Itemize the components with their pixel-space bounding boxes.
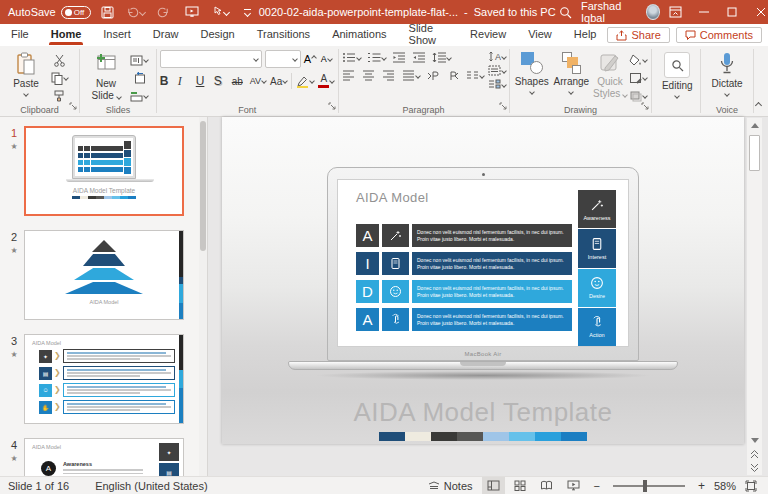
canvas-scrollbar[interactable]: [747, 118, 762, 475]
save-button[interactable]: [97, 1, 119, 23]
tab-home[interactable]: Home: [40, 25, 93, 45]
convert-to-smartart-button[interactable]: [488, 79, 506, 90]
font-size-combo[interactable]: [265, 50, 301, 68]
tab-view[interactable]: View: [517, 25, 563, 45]
line-spacing-button[interactable]: [432, 52, 451, 63]
canvas-scrollbar-thumb[interactable]: [749, 135, 760, 171]
grow-font-button[interactable]: A: [304, 53, 318, 65]
change-case-button[interactable]: Aa: [270, 76, 287, 87]
slide-3-preview[interactable]: AIDA Model ✦❯ ▤❯ ☺❯ ✋❯: [24, 334, 184, 424]
zoom-in-button[interactable]: +: [693, 477, 710, 494]
slide-thumbnail-1[interactable]: 1 ★: [4, 126, 207, 216]
tab-animations[interactable]: Animations: [321, 25, 397, 45]
slide-show-button[interactable]: [562, 477, 585, 494]
slide-2-preview[interactable]: AIDA Model: [24, 230, 184, 320]
align-left-button[interactable]: [342, 70, 356, 81]
thumbnail-scrollbar-thumb[interactable]: [200, 121, 206, 251]
align-right-button[interactable]: [382, 70, 396, 81]
tab-draw[interactable]: Draw: [142, 25, 190, 45]
collapse-ribbon-button[interactable]: [756, 94, 761, 112]
reset-button[interactable]: [129, 70, 149, 86]
character-spacing-button[interactable]: AV: [250, 76, 266, 86]
font-name-combo[interactable]: [160, 50, 262, 68]
redo-button[interactable]: [153, 1, 175, 23]
tab-review[interactable]: Review: [459, 25, 517, 45]
slide-sorter-button[interactable]: [509, 477, 531, 494]
increase-indent-button[interactable]: [412, 52, 426, 63]
text-shadow-button[interactable]: S: [214, 74, 228, 88]
font-dialog-launcher[interactable]: [328, 96, 336, 114]
arrange-button[interactable]: Arrange: [551, 50, 592, 104]
comments-button[interactable]: Comments: [676, 27, 762, 43]
qat-overflow-button[interactable]: [237, 1, 259, 23]
next-slide-button[interactable]: [747, 461, 762, 475]
italic-button[interactable]: I: [178, 74, 192, 89]
maximize-button[interactable]: [719, 0, 745, 24]
undo-button[interactable]: [125, 1, 147, 23]
slide-1-preview[interactable]: AIDA Model Template: [24, 126, 184, 216]
slide-editor[interactable]: AIDA Model A Donec non velit euismod nis…: [222, 117, 744, 444]
share-button[interactable]: Share: [607, 27, 669, 43]
slide-thumbnail-4[interactable]: 4 ★ AIDA Model A Awareness ✦▤: [4, 438, 207, 476]
new-slide-button[interactable]: NewSlide: [83, 50, 129, 104]
align-text-button[interactable]: [488, 65, 506, 76]
language-indicator[interactable]: English (United States): [95, 480, 208, 492]
strikethrough-button[interactable]: ab: [232, 76, 246, 87]
scroll-down-button[interactable]: [747, 433, 762, 447]
user-avatar[interactable]: [646, 4, 660, 20]
decrease-indent-button[interactable]: [392, 52, 406, 63]
ribbon-display-options-button[interactable]: [662, 0, 688, 24]
underline-button[interactable]: U: [196, 74, 210, 88]
shrink-font-button[interactable]: A: [321, 54, 335, 64]
zoom-out-button[interactable]: −: [589, 477, 605, 494]
tab-file[interactable]: File: [0, 25, 40, 45]
slide-thumbnail-2[interactable]: 2 ★ AIDA Model: [4, 230, 207, 320]
dictate-button[interactable]: Dictate: [704, 50, 750, 96]
shape-fill-button[interactable]: [628, 52, 648, 68]
thumbnail-scrollbar[interactable]: [199, 117, 207, 476]
tab-transitions[interactable]: Transitions: [246, 25, 321, 45]
touch-mouse-mode-button[interactable]: [209, 1, 231, 23]
normal-view-button[interactable]: [482, 477, 505, 494]
numbering-button[interactable]: [367, 52, 386, 63]
close-button[interactable]: [748, 0, 768, 24]
tab-design[interactable]: Design: [189, 25, 245, 45]
search-button[interactable]: [556, 1, 575, 23]
text-direction-rtl-button[interactable]: [446, 71, 460, 81]
format-painter-button[interactable]: [49, 88, 69, 104]
quick-styles-button[interactable]: QuickStyles: [592, 50, 629, 104]
slide-thumbnail-3[interactable]: 3 ★ AIDA Model ✦❯ ▤❯ ☺❯ ✋❯: [4, 334, 207, 424]
notes-button[interactable]: Notes: [423, 477, 478, 494]
bold-button[interactable]: B: [160, 74, 174, 88]
slide-4-preview[interactable]: AIDA Model A Awareness ✦▤: [24, 438, 184, 476]
text-highlight-button[interactable]: [296, 75, 314, 88]
text-direction-ltr-button[interactable]: [426, 71, 440, 81]
editing-button[interactable]: Editing: [655, 50, 699, 98]
font-color-button[interactable]: A: [318, 74, 334, 88]
copy-button[interactable]: [49, 70, 69, 86]
zoom-slider[interactable]: [613, 485, 685, 487]
cut-button[interactable]: [49, 52, 69, 68]
section-button[interactable]: [129, 88, 149, 104]
align-center-button[interactable]: [362, 70, 376, 81]
drawing-dialog-launcher[interactable]: [641, 96, 649, 114]
user-name[interactable]: Farshad Iqbal: [581, 0, 640, 24]
tab-insert[interactable]: Insert: [92, 25, 142, 45]
columns-button[interactable]: [466, 71, 484, 81]
scroll-up-button[interactable]: [747, 118, 762, 132]
save-status[interactable]: Saved to this PC: [474, 6, 556, 18]
zoom-slider-thumb[interactable]: [643, 480, 647, 492]
present-from-beginning-button[interactable]: [181, 1, 203, 23]
layout-button[interactable]: [129, 52, 149, 68]
reading-view-button[interactable]: [535, 477, 558, 494]
shape-outline-button[interactable]: [628, 70, 648, 86]
shapes-button[interactable]: Shapes: [512, 50, 551, 104]
justify-button[interactable]: [402, 70, 420, 81]
autosave-toggle[interactable]: AutoSave Off: [8, 6, 91, 19]
clipboard-dialog-launcher[interactable]: [69, 96, 77, 114]
minimize-button[interactable]: [691, 0, 717, 24]
bullets-button[interactable]: [342, 52, 361, 63]
slide-counter[interactable]: Slide 1 of 16: [8, 480, 69, 492]
zoom-level[interactable]: 58%: [714, 480, 736, 492]
tab-help[interactable]: Help: [563, 25, 608, 45]
